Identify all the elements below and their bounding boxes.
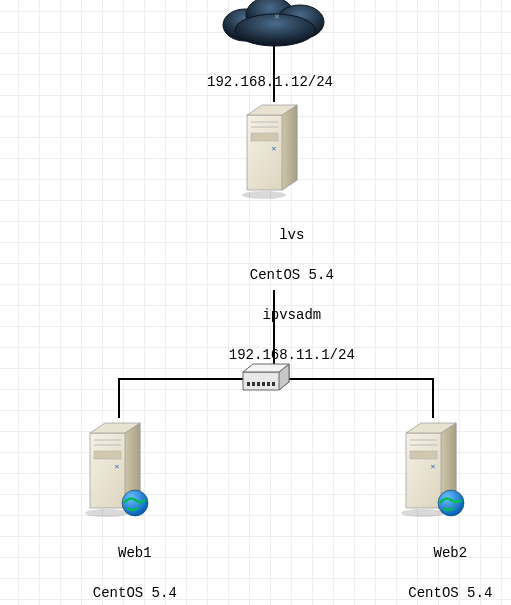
- svg-marker-6: [282, 105, 297, 190]
- svg-point-39: [438, 490, 464, 516]
- svg-rect-18: [257, 382, 260, 386]
- web2-os-label: CentOS 5.4: [408, 585, 492, 601]
- svg-rect-17: [252, 382, 255, 386]
- svg-rect-16: [247, 382, 250, 386]
- switch-icon: [241, 362, 291, 396]
- webserver-icon-web2: ✕: [396, 418, 476, 523]
- svg-rect-36: [410, 451, 437, 459]
- diagram-canvas: ✕ 192.168.1.12/24 ✕ lvs CentOS 5.4 ipvsa…: [0, 0, 511, 605]
- server-icon-lvs: ✕: [237, 100, 312, 200]
- svg-text:✕: ✕: [115, 462, 120, 471]
- web2-name-label: Web2: [434, 545, 468, 561]
- lvs-ip-label: 192.168.11.1/24: [229, 347, 355, 363]
- svg-point-30: [122, 490, 148, 516]
- svg-rect-19: [262, 382, 265, 386]
- svg-rect-27: [94, 451, 121, 459]
- web1-os-label: CentOS 5.4: [93, 585, 177, 601]
- lvs-name-label: lvs: [279, 227, 304, 243]
- svg-point-12: [242, 191, 286, 199]
- svg-text:✕: ✕: [431, 462, 436, 471]
- svg-point-29: [85, 509, 129, 517]
- lvs-os-label: CentOS 5.4: [250, 267, 334, 283]
- webserver-icon-web1: ✕: [80, 418, 160, 523]
- lvs-svc-label: ipvsadm: [262, 307, 321, 323]
- svg-text:✕: ✕: [274, 12, 279, 22]
- svg-rect-10: [251, 133, 278, 141]
- svg-rect-20: [267, 382, 270, 386]
- svg-rect-21: [272, 382, 275, 386]
- cloud-ip-label: 192.168.1.12/24: [140, 72, 400, 92]
- cloud-icon: ✕: [215, 0, 335, 50]
- svg-text:✕: ✕: [272, 144, 277, 153]
- svg-point-38: [401, 509, 445, 517]
- web1-name-label: Web1: [118, 545, 152, 561]
